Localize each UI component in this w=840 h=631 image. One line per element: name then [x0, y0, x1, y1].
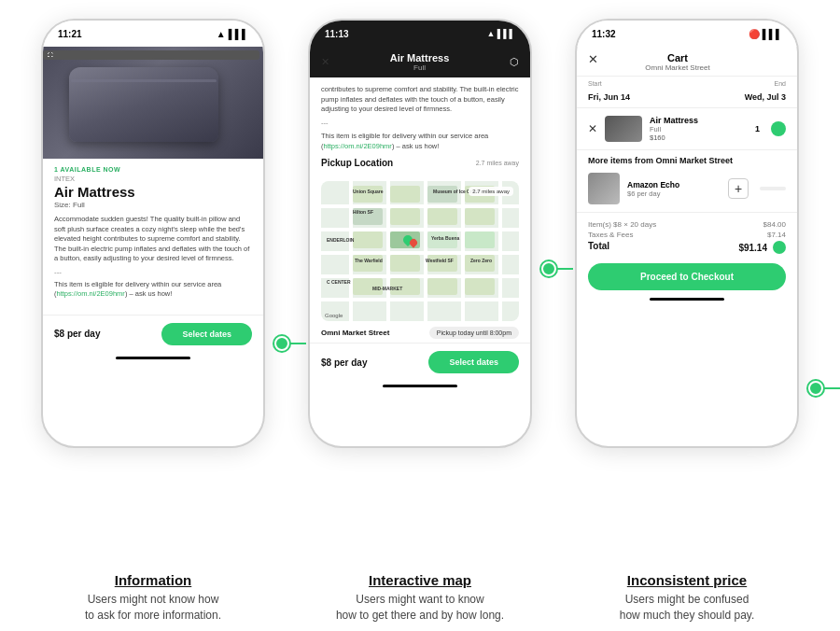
cart-item-close-icon[interactable]: ✕ [588, 122, 597, 135]
phone2-price: $8 per day [321, 358, 367, 368]
phone2-status-bar: 11:13 ▲ ▌▌▌ [310, 21, 530, 47]
delivery-suffix: ) – ask us how! [125, 289, 172, 298]
phone1-wrapper: 11:21 ▲ ▌▌▌ ⛶ 1 AVAILABLE NOW INTEX Air … [28, 19, 278, 448]
phone1-bottom-bar: $8 per day Select dates [43, 315, 263, 353]
signal-icon: ▌▌▌ [229, 29, 248, 39]
checkout-btn[interactable]: Proceed to Checkout [588, 263, 786, 290]
map-label-yerba: Yerba Buena [431, 235, 459, 241]
home-indicator-2 [383, 385, 457, 387]
start-label: Start [588, 80, 630, 87]
cart-item-row: ✕ Air Mattress Full $160 1 [577, 108, 797, 150]
phone1-body: 1 AVAILABLE NOW INTEX Air Mattress Size:… [43, 159, 263, 315]
phone2-close-icon[interactable]: ✕ [321, 56, 329, 68]
phone1-frame: 11:21 ▲ ▌▌▌ ⛶ 1 AVAILABLE NOW INTEX Air … [41, 19, 265, 448]
total-value: $91.14 [738, 243, 767, 253]
map-label-hilton: Hilton SF [353, 209, 373, 215]
phone1-status-bar: 11:21 ▲ ▌▌▌ [43, 21, 263, 47]
map-label-midmarket: MID-MARKET [372, 286, 402, 291]
phone2-top-bar: ✕ Air Mattress Full ⬡ [310, 47, 530, 77]
phone1-status-icons: ▲ ▌▌▌ [217, 29, 248, 39]
caption-interactive-map: Interactive map Users might want to know… [295, 572, 545, 624]
start-date: Fri, Jun 14 [588, 92, 630, 102]
wifi-icon: ▲ [217, 29, 226, 39]
phone2-wrapper: 11:13 ▲ ▌▌▌ ✕ Air Mattress Full ⬡ contri… [295, 19, 545, 448]
phone2-status-icons: ▲ ▌▌▌ [486, 29, 515, 38]
phone2-time: 11:13 [325, 29, 349, 39]
phone3-time: 11:32 [592, 29, 616, 39]
phone3-status-icons: 🔴 ▌▌▌ [749, 29, 782, 39]
annotation-dot-1 [274, 336, 289, 351]
annotation-dot-2 [541, 261, 556, 276]
phone1-time: 11:21 [58, 29, 82, 39]
delivery-link[interactable]: https://om.ni/2E09hmr [57, 289, 125, 298]
suggestion-row: Amazon Echo $6 per day + [577, 169, 797, 208]
available-badge: 1 AVAILABLE NOW [54, 166, 252, 173]
start-date-col: Start Fri, Jun 14 [588, 80, 630, 104]
line1-value: $84.00 [763, 220, 786, 229]
suggestion-image [588, 173, 620, 204]
product-desc: Accommodate sudden guests! The quality b… [54, 215, 252, 264]
phone2-product-subtitle: Full [390, 63, 450, 72]
phones-row: 11:21 ▲ ▌▌▌ ⛶ 1 AVAILABLE NOW INTEX Air … [28, 19, 812, 561]
phone2-share-icon[interactable]: ⬡ [510, 56, 519, 68]
phone3-top-bar: ✕ Cart Omni Market Street [577, 47, 797, 76]
suggestion-name: Amazon Echo [627, 180, 721, 189]
product-size: Size: Full [54, 201, 252, 209]
phone1-product-image: ⛶ [43, 47, 263, 159]
phone2-delivery: This item is eligible for delivery withi… [321, 132, 519, 151]
qty-indicator [771, 121, 786, 136]
line1-label: Item(s) $8 × 20 days [588, 220, 656, 229]
cart-item-image [605, 116, 642, 142]
distance-label: 2.7 miles away [476, 159, 519, 168]
phone2-select-btn[interactable]: Select dates [428, 351, 519, 373]
cart-subtitle: Omni Market Street [645, 63, 709, 72]
more-items-header: More items from Omni Market Street [577, 150, 797, 169]
phone2-product-title: Air Mattress [390, 52, 450, 63]
annotation-dot-3 [808, 381, 823, 396]
caption-information: Information Users might not know howto a… [28, 572, 278, 624]
taxes-label: Taxes & Fees [588, 231, 633, 239]
product-title: Air Mattress [54, 184, 252, 200]
divider-dots: --- [54, 268, 252, 276]
pickup-bar: Omni Market Street Pickup today until 8:… [321, 327, 519, 339]
home-indicator [116, 357, 190, 359]
battery-icon: 🔴 [749, 29, 760, 39]
phone1-select-btn[interactable]: Select dates [161, 323, 252, 345]
caption-map-text: Users might want to knowhow to get there… [295, 592, 545, 624]
total-indicator [773, 241, 786, 254]
map-label-westfield: Westfield SF [426, 258, 454, 263]
delivery-text: This item is eligible for delivery withi… [54, 280, 252, 300]
end-label: End [745, 80, 786, 87]
cart-item-qty: 1 [755, 124, 760, 133]
suggestion-drag-handle [760, 187, 786, 190]
total-label: Total [588, 241, 609, 254]
map-label-union-square: Union Square [353, 189, 384, 194]
cart-item-price: $160 [650, 133, 748, 142]
cart-title: Cart [645, 52, 709, 63]
cart-item-info: Air Mattress Full $160 [650, 116, 748, 142]
end-date-col: End Wed, Jul 3 [745, 80, 786, 104]
mattress-shape [69, 67, 218, 142]
caption-information-text: Users might not know howto ask for more … [28, 592, 278, 624]
pickup-name: Omni Market Street [321, 329, 424, 337]
phone2-delivery-link[interactable]: https://om.ni/2E09hmr [324, 142, 392, 150]
caption-inconsistent-price: Inconsistent price Users might be confus… [562, 572, 812, 624]
add-suggestion-btn[interactable]: + [728, 178, 749, 199]
line1-row: Item(s) $8 × 20 days $84.00 [588, 220, 786, 229]
signal-icon3: ▌▌▌ [763, 29, 782, 39]
pickup-today-btn[interactable]: Pickup today until 8:00pm [429, 327, 519, 339]
home-indicator-3 [650, 298, 724, 301]
phone2-desc-text: contributes to supreme comfort and stabi… [321, 85, 518, 113]
phone2-frame: 11:13 ▲ ▌▌▌ ✕ Air Mattress Full ⬡ contri… [308, 19, 532, 448]
map-distance-label: 2.7 miles away [469, 187, 513, 196]
map-label-ccenter: C CENTER [327, 279, 351, 285]
pickup-section-label: Pickup Location [321, 157, 393, 170]
phone3-frame: 11:32 🔴 ▌▌▌ ✕ Cart Omni Market Street St… [575, 19, 799, 448]
mattress-stripes [71, 79, 217, 82]
phone3-close-icon[interactable]: ✕ [588, 52, 598, 66]
phone3-status-bar: 11:32 🔴 ▌▌▌ [577, 21, 797, 47]
caption-information-title: Information [28, 572, 278, 588]
phone2-desc: contributes to supreme comfort and stabi… [310, 77, 530, 175]
brand-label: INTEX [54, 175, 252, 183]
totals-area: Item(s) $8 × 20 days $84.00 Taxes & Fees… [577, 212, 797, 259]
